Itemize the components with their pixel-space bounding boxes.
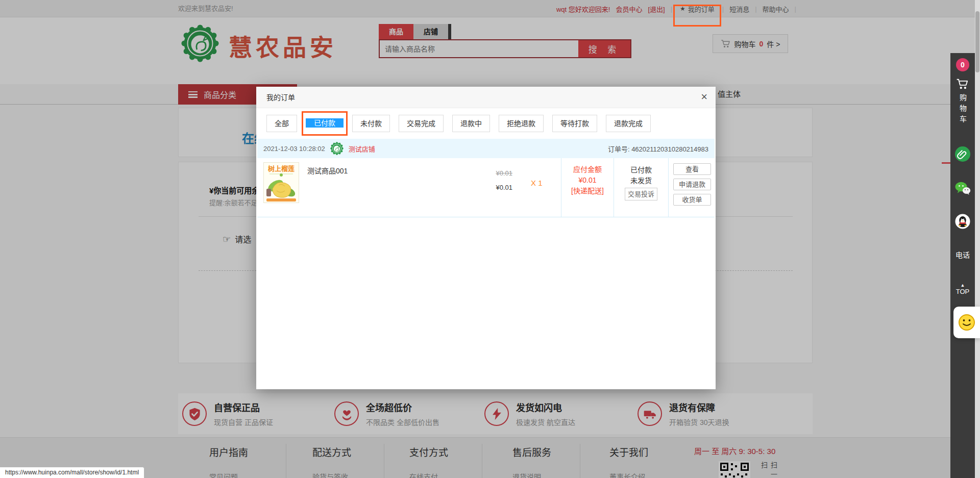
close-icon[interactable]: × [701, 90, 707, 104]
tab-unpaid[interactable]: 未付款 [352, 115, 390, 132]
scrollbar-track[interactable] [975, 0, 980, 478]
product-name-link[interactable]: 测试商品001 [307, 165, 348, 175]
floating-sidebar: 0 购物车 电话 ▲ TOP [950, 53, 975, 478]
my-orders-modal: 我的订单 × 全部 已付款 未付款 交易完成 退款中 拒绝退款 等待打款 退款完… [256, 87, 716, 389]
top-label: TOP [956, 288, 970, 295]
customer-service-button[interactable] [953, 307, 980, 338]
store-avatar [330, 142, 344, 155]
tab-paid[interactable]: 已付款 [306, 118, 344, 128]
price-current: ¥0.01 [472, 184, 512, 191]
view-button[interactable]: 查看 [673, 163, 711, 175]
product-image[interactable] [263, 162, 299, 203]
scrollbar-thumb[interactable] [975, 11, 979, 72]
cart-count-badge: 0 [956, 58, 969, 71]
phone-label[interactable]: 电话 [955, 249, 970, 260]
tab-all[interactable]: 全部 [266, 115, 297, 132]
delivery-method: [快递配送] [561, 186, 614, 196]
link-icon[interactable] [955, 146, 970, 162]
order-item-row: 测试商品001 ¥0.01 ¥0.01 X 1 应付金额 ¥0.01 [快递配送… [257, 158, 715, 217]
tab-awaiting-payout[interactable]: 等待打款 [552, 115, 597, 132]
tab-completed[interactable]: 交易完成 [399, 115, 444, 132]
wechat-icon[interactable] [954, 181, 971, 195]
back-to-top-button[interactable]: ▲ TOP [956, 283, 970, 295]
order-number: 订单号: 462021120310280214983 [608, 144, 708, 154]
store-name-link[interactable]: 测试店铺 [349, 144, 375, 154]
receipt-button[interactable]: 收货单 [673, 194, 711, 206]
tab-refunding[interactable]: 退款中 [452, 115, 490, 132]
page: 欢迎来到慧农品安! wqt 您好欢迎回来! 会员中心 [退出] | ★ 我的订单… [0, 0, 980, 478]
browser-status-bar: https://www.huinpa.com/mall/store/show/i… [0, 467, 144, 478]
complaint-button[interactable]: 交易投诉 [625, 188, 657, 200]
amount-value: ¥0.01 [561, 175, 614, 186]
order-group-header: 2021-12-03 10:28:02 测试店铺 订单号: 4620211203… [257, 139, 715, 158]
price-original: ¥0.01 [472, 169, 512, 177]
actions-cell: 查看 申请退款 收货单 [669, 163, 716, 209]
amount-label: 应付金额 [561, 164, 614, 175]
amount-cell: 应付金额 ¥0.01 [快递配送] [561, 164, 614, 196]
smiley-icon [958, 313, 976, 332]
tab-paid-wrap: 已付款 [306, 115, 344, 132]
modal-title: 我的订单 [256, 87, 716, 108]
tab-refund-rejected[interactable]: 拒绝退款 [499, 115, 544, 132]
red-marker [942, 162, 950, 164]
order-status-tabs: 全部 已付款 未付款 交易完成 退款中 拒绝退款 等待打款 退款完成 [256, 108, 716, 138]
order-date: 2021-12-03 10:28:02 [263, 145, 325, 153]
up-arrow-icon: ▲ [956, 283, 970, 288]
cart-icon[interactable] [956, 78, 969, 91]
sidebar-cart-label[interactable]: 购物车 [958, 94, 968, 126]
quantity: X 1 [531, 179, 543, 187]
qq-icon[interactable] [955, 214, 970, 229]
status-cell: 已付款 未发货 交易投诉 [614, 165, 668, 200]
ship-status: 未发货 [614, 175, 668, 186]
modal-header: 我的订单 × [256, 87, 716, 108]
tab-refund-done[interactable]: 退款完成 [606, 115, 651, 132]
refund-request-button[interactable]: 申请退款 [673, 179, 711, 190]
pay-status: 已付款 [614, 165, 668, 175]
